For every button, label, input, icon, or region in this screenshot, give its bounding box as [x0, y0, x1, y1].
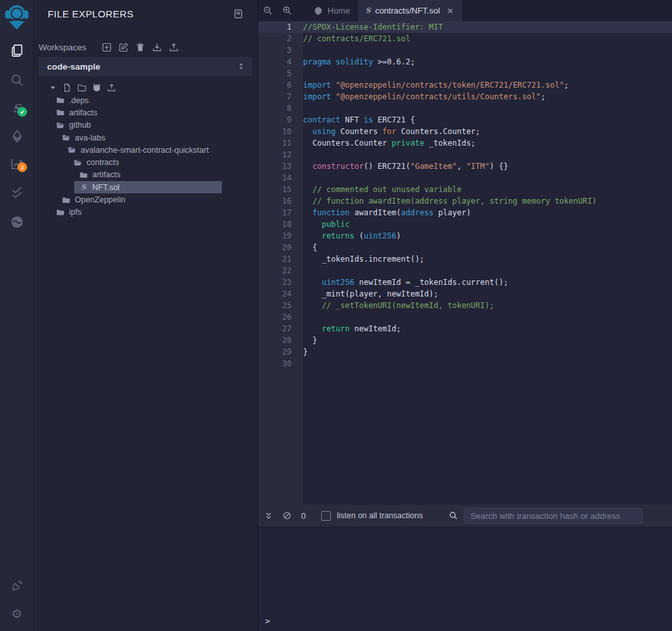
code-line[interactable]: 7import "@openzeppelin/contracts/utils/C…	[258, 91, 672, 102]
tree-item-github[interactable]: github	[34, 119, 257, 131]
code-line[interactable]: 5	[258, 68, 672, 79]
listen-transactions-checkbox[interactable]	[321, 511, 331, 521]
workspace-select[interactable]: code-sample	[39, 57, 252, 76]
listen-transactions-label: listen on all transactions	[337, 511, 422, 520]
code-line[interactable]: 19 returns (uint256)	[258, 230, 672, 242]
gear-icon: ⚙	[11, 608, 22, 620]
code-line[interactable]: 4pragma solidity >=0.6.2;	[258, 56, 672, 68]
tree-item-artifacts[interactable]: artifacts	[34, 169, 257, 181]
rail-solidity-compiler[interactable]: S	[0, 98, 34, 119]
tab-label: contracts/NFT.sol	[375, 6, 440, 15]
close-tab-icon[interactable]: ✕	[447, 6, 453, 15]
file-tree: .depsartifactsgithubava-labsavalanche-sm…	[34, 94, 257, 218]
download-workspaces-button[interactable]	[152, 43, 162, 52]
upload-file-button[interactable]	[107, 83, 116, 92]
code-line[interactable]: 11 Counters.Counter private _tokenIds;	[258, 137, 672, 149]
code-line[interactable]: 25 // _setTokenURI(newItemId, tokenURI);	[258, 300, 672, 311]
rail-plugin-manager[interactable]	[0, 575, 34, 596]
code-line[interactable]: 21 _tokenIds.increment();	[258, 253, 672, 265]
tree-item-ipfs[interactable]: ipfs	[34, 206, 257, 218]
terminal-expand-icon[interactable]	[264, 512, 273, 520]
restore-workspaces-button[interactable]	[169, 43, 179, 52]
zoom-out-button[interactable]	[258, 0, 277, 21]
rail-search[interactable]	[0, 70, 34, 90]
tab-contracts-nft-sol[interactable]: Scontracts/NFT.sol✕	[358, 0, 462, 21]
code-line[interactable]: 12	[258, 149, 672, 160]
workspace-selected-value: code-sample	[47, 62, 101, 72]
code-line[interactable]: 9contract NFT is ERC721 {	[258, 114, 672, 126]
docs-book-icon[interactable]	[233, 9, 243, 19]
code-line[interactable]: 15 // commented out unused variable	[258, 184, 672, 195]
code-editor[interactable]: 1//SPDX-License-Identifier: MIT2// contr…	[258, 21, 672, 505]
folder-closed-icon	[56, 208, 64, 217]
tree-item-avalanche-smart-contract-quickstart[interactable]: avalanche-smart-contract-quickstart	[34, 144, 257, 156]
upload-file-icon	[107, 83, 116, 92]
collapse-chevron-button[interactable]	[49, 84, 57, 92]
rail-analysis[interactable]: 1	[0, 153, 34, 174]
code-line[interactable]: 3	[258, 44, 672, 56]
deploy-run-icon	[10, 130, 24, 143]
code-line[interactable]: 28 }	[258, 335, 672, 346]
code-line[interactable]: 13 constructor() ERC721("GameItem", "ITM…	[258, 160, 672, 172]
rail-unit-testing[interactable]	[0, 182, 34, 202]
create-workspace-button[interactable]	[102, 43, 112, 52]
new-folder-icon	[77, 83, 86, 92]
code-line[interactable]: 8	[258, 102, 672, 114]
tab-home[interactable]: Home	[306, 0, 358, 21]
terminal-search-input[interactable]	[464, 508, 643, 524]
code-line[interactable]: 16 // function awardItem(address player,…	[258, 195, 672, 207]
line-number: 2	[258, 33, 298, 44]
code-line[interactable]: 10 using Counters for Counters.Counter;	[258, 126, 672, 137]
clear-transactions-icon[interactable]	[282, 511, 292, 520]
github-import-button[interactable]	[92, 83, 101, 92]
pending-tx-count: 0	[301, 511, 306, 521]
remix-ide-window: S1⚙ FILE EXPLORERS Workspaces code-sampl…	[0, 0, 672, 631]
tree-item-NFT.sol[interactable]: SNFT.sol	[34, 181, 257, 193]
line-number: 30	[258, 358, 298, 369]
new-file-button[interactable]	[63, 83, 72, 92]
code-line[interactable]: 20 {	[258, 242, 672, 253]
line-number: 12	[258, 149, 298, 160]
folder-closed-icon	[56, 108, 64, 117]
zoom-in-button[interactable]	[277, 0, 297, 21]
rail-file-explorer[interactable]	[0, 40, 34, 61]
line-number: 15	[258, 184, 298, 195]
code-line[interactable]: 6import "@openzeppelin/contracts/token/E…	[258, 79, 672, 91]
code-line[interactable]: 30	[258, 358, 672, 369]
code-line[interactable]: 17 function awardItem(address player)	[258, 207, 672, 218]
code-line[interactable]: 26	[258, 311, 672, 323]
rail-settings[interactable]: ⚙	[0, 603, 34, 624]
terminal-prompt: >	[265, 616, 270, 626]
code-line[interactable]: 22	[258, 265, 672, 277]
line-number: 24	[258, 288, 298, 300]
code-line[interactable]: 27 return newItemId;	[258, 323, 672, 335]
code-line[interactable]: 1//SPDX-License-Identifier: MIT	[258, 21, 672, 33]
line-number: 20	[258, 242, 298, 253]
code-line[interactable]: 23 uint256 newItemId = _tokenIds.current…	[258, 277, 672, 288]
github-import-icon	[92, 83, 101, 92]
terminal-output[interactable]: >	[258, 527, 672, 631]
tree-item-.deps[interactable]: .deps	[34, 94, 257, 106]
tree-item-OpenZeppelin[interactable]: OpenZeppelin	[34, 193, 257, 206]
line-number: 29	[258, 346, 298, 358]
code-line[interactable]: 29}	[258, 346, 672, 358]
code-line[interactable]: 18 public	[258, 218, 672, 230]
folder-closed-icon	[56, 96, 64, 104]
tree-item-artifacts[interactable]: artifacts	[34, 106, 257, 119]
rail-sourcify[interactable]	[0, 211, 34, 232]
download-workspaces-icon	[152, 43, 162, 52]
line-number: 16	[258, 195, 298, 207]
new-folder-button[interactable]	[77, 83, 86, 92]
delete-workspace-button[interactable]	[135, 43, 145, 52]
code-line[interactable]: 24 _mint(player, newItemId);	[258, 288, 672, 300]
code-line[interactable]: 14	[258, 172, 672, 184]
tree-item-contracts[interactable]: contracts	[34, 156, 257, 168]
rail-deploy-run[interactable]	[0, 126, 34, 146]
code-line[interactable]: 2// contracts/ERC721.sol	[258, 33, 672, 44]
line-number: 10	[258, 126, 298, 137]
line-number: 23	[258, 277, 298, 288]
rename-workspace-button[interactable]	[119, 43, 128, 52]
select-sorter-icon	[237, 61, 246, 72]
tree-item-ava-labs[interactable]: ava-labs	[34, 131, 257, 144]
line-number: 3	[258, 44, 298, 56]
